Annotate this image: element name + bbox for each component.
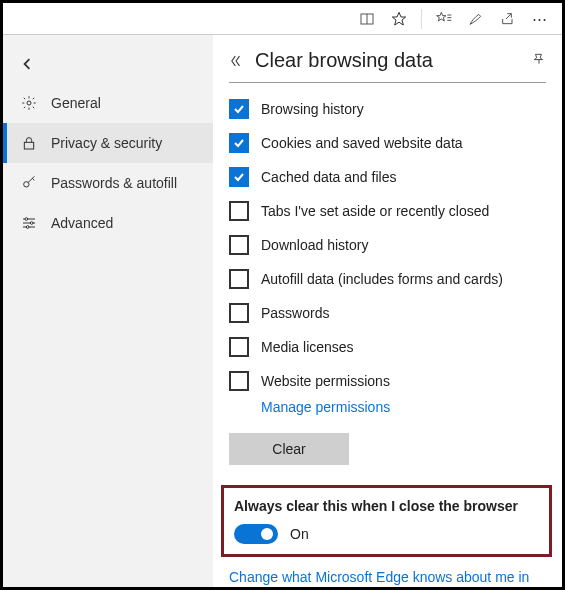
always-clear-title: Always clear this when I close the brows…: [234, 498, 537, 514]
option-label: Download history: [261, 237, 368, 253]
clear-data-option[interactable]: Cookies and saved website data: [229, 133, 546, 153]
option-label: Passwords: [261, 305, 329, 321]
panel-back-icon[interactable]: [229, 54, 243, 68]
panel-title: Clear browsing data: [255, 49, 433, 72]
svg-line-12: [32, 178, 34, 180]
svg-marker-2: [392, 12, 405, 25]
sidebar-item-advanced[interactable]: Advanced: [3, 203, 213, 243]
lock-icon: [21, 135, 37, 151]
sidebar-item-label: Advanced: [51, 215, 113, 231]
header-divider: [229, 82, 546, 83]
favorites-list-icon[interactable]: [428, 5, 460, 33]
option-label: Tabs I've set aside or recently closed: [261, 203, 489, 219]
more-icon[interactable]: ⋯: [524, 5, 556, 33]
sliders-icon: [21, 215, 37, 231]
key-icon: [21, 175, 37, 191]
checkbox[interactable]: [229, 167, 249, 187]
edge-diagnostics-link[interactable]: Change what Microsoft Edge knows about m…: [229, 569, 546, 585]
option-label: Media licenses: [261, 339, 354, 355]
sidebar-item-general[interactable]: General: [3, 83, 213, 123]
sidebar-item-label: General: [51, 95, 101, 111]
checkbox[interactable]: [229, 99, 249, 119]
option-label: Website permissions: [261, 373, 390, 389]
clear-data-option[interactable]: Media licenses: [229, 337, 546, 357]
svg-point-8: [27, 101, 31, 105]
share-icon[interactable]: [492, 5, 524, 33]
checkbox[interactable]: [229, 269, 249, 289]
checkbox[interactable]: [229, 235, 249, 255]
svg-rect-9: [24, 142, 33, 149]
reading-view-icon[interactable]: [351, 5, 383, 33]
sidebar-item-privacy-security[interactable]: Privacy & security: [3, 123, 213, 163]
title-toolbar: ⋯: [3, 3, 562, 35]
option-label: Browsing history: [261, 101, 364, 117]
clear-data-option[interactable]: Website permissions: [229, 371, 546, 391]
svg-point-10: [24, 182, 29, 187]
checkbox[interactable]: [229, 371, 249, 391]
toggle-state-label: On: [290, 526, 309, 542]
clear-data-option[interactable]: Autofill data (includes forms and cards): [229, 269, 546, 289]
favorite-star-icon[interactable]: [383, 5, 415, 33]
sidebar-item-passwords-autofill[interactable]: Passwords & autofill: [3, 163, 213, 203]
sidebar-item-label: Passwords & autofill: [51, 175, 177, 191]
svg-line-7: [506, 13, 511, 18]
checkbox[interactable]: [229, 201, 249, 221]
clear-data-option[interactable]: Passwords: [229, 303, 546, 323]
sidebar-item-label: Privacy & security: [51, 135, 162, 151]
checkbox[interactable]: [229, 133, 249, 153]
back-chevron[interactable]: [3, 47, 213, 83]
manage-permissions-link[interactable]: Manage permissions: [261, 399, 546, 415]
always-clear-toggle[interactable]: [234, 524, 278, 544]
clear-data-option[interactable]: Download history: [229, 235, 546, 255]
clear-data-option[interactable]: Cached data and files: [229, 167, 546, 187]
clear-button[interactable]: Clear: [229, 433, 349, 465]
toolbar-divider: [421, 9, 422, 29]
settings-main-panel: Clear browsing data Browsing historyCook…: [213, 35, 562, 587]
option-label: Cookies and saved website data: [261, 135, 463, 151]
pen-icon[interactable]: [460, 5, 492, 33]
option-label: Autofill data (includes forms and cards): [261, 271, 503, 287]
clear-data-option[interactable]: Tabs I've set aside or recently closed: [229, 201, 546, 221]
checkbox[interactable]: [229, 337, 249, 357]
svg-marker-3: [437, 12, 446, 21]
always-clear-highlight: Always clear this when I close the brows…: [221, 485, 552, 557]
svg-point-16: [25, 218, 28, 221]
option-label: Cached data and files: [261, 169, 396, 185]
checkbox[interactable]: [229, 303, 249, 323]
settings-sidebar: General Privacy & security Passwords & a…: [3, 35, 213, 587]
gear-icon: [21, 95, 37, 111]
pin-icon[interactable]: [532, 52, 546, 69]
svg-point-17: [30, 222, 33, 225]
clear-data-option[interactable]: Browsing history: [229, 99, 546, 119]
svg-point-18: [26, 226, 29, 229]
